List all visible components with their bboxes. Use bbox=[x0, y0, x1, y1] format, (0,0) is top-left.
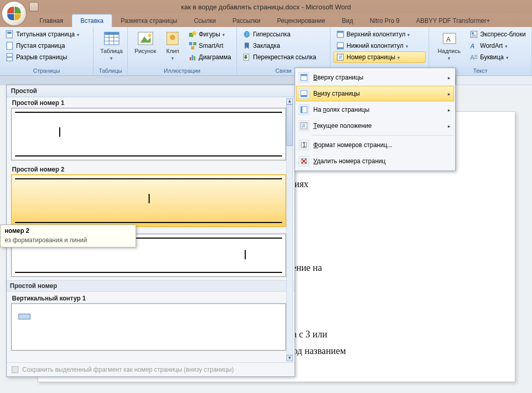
save-selection-icon bbox=[11, 365, 19, 374]
tab-view[interactable]: Вид bbox=[334, 15, 362, 27]
group-illustrations-label: Иллюстрации bbox=[128, 67, 236, 75]
tab-insert[interactable]: Вставка bbox=[72, 14, 113, 27]
clip-icon bbox=[165, 30, 181, 47]
submenu-separator bbox=[312, 135, 453, 136]
wordart-button[interactable]: A WordArt bbox=[467, 40, 528, 51]
page-break-button[interactable]: Разрыв страницы bbox=[3, 51, 82, 63]
dropcap-button[interactable]: A Буквица bbox=[467, 51, 528, 63]
shapes-label: Фигуры bbox=[199, 31, 220, 38]
header-button[interactable]: Верхний колонтитул bbox=[334, 29, 425, 40]
scrollbar-thumb[interactable] bbox=[286, 104, 293, 146]
chart-button[interactable]: Диаграмма bbox=[186, 51, 234, 63]
dropcap-icon: A bbox=[470, 53, 478, 61]
clip-button[interactable]: Клип bbox=[161, 29, 185, 63]
wordart-icon: A bbox=[470, 42, 478, 50]
ruler-margin-area bbox=[0, 76, 318, 85]
table-icon bbox=[103, 30, 120, 47]
picture-icon bbox=[137, 30, 154, 47]
ribbon-tabs: Главная Вставка Разметка страницы Ссылки… bbox=[0, 14, 532, 27]
submenu-remove-numbers[interactable]: Удалить номера страниц bbox=[296, 153, 454, 169]
page-number-mark-icon bbox=[149, 194, 150, 203]
tab-references[interactable]: Ссылки bbox=[185, 15, 224, 27]
svg-point-24 bbox=[244, 31, 250, 37]
hyperlink-label: Гиперссылка bbox=[253, 31, 290, 38]
gallery-preview bbox=[11, 303, 286, 351]
submenu-bottom-of-page[interactable]: Внизу страницы bbox=[296, 86, 454, 101]
blank-page-button[interactable]: Пустая страница bbox=[3, 40, 82, 51]
quickparts-icon bbox=[470, 30, 478, 38]
submenu-page-margins[interactable]: На полях страницы bbox=[296, 102, 454, 117]
submenu-format-label: Формат номеров страниц... bbox=[313, 141, 392, 149]
cover-page-label: Титульная страница bbox=[16, 31, 75, 38]
submenu-top-label: Вверху страницы bbox=[313, 74, 363, 81]
svg-rect-49 bbox=[301, 107, 302, 113]
quick-access-toolbar bbox=[29, 2, 38, 11]
tab-nitro[interactable]: Nitro Pro 9 bbox=[362, 15, 408, 27]
bookmark-button[interactable]: Закладка bbox=[240, 40, 319, 51]
gallery-footer-label: Сохранить выделенный фрагмент как номер … bbox=[22, 366, 234, 373]
page-number-mark-icon bbox=[245, 250, 246, 259]
svg-point-13 bbox=[148, 34, 151, 37]
cover-page-button[interactable]: Титульная страница bbox=[3, 29, 82, 40]
page-number-mark-icon bbox=[59, 127, 60, 137]
tab-page-layout[interactable]: Разметка страницы bbox=[112, 15, 185, 27]
quickparts-button[interactable]: Экспресс-блоки bbox=[467, 29, 528, 40]
svg-rect-41 bbox=[474, 55, 477, 56]
svg-rect-36 bbox=[472, 32, 474, 34]
tab-review[interactable]: Рецензирование bbox=[269, 15, 334, 27]
svg-text:1: 1 bbox=[302, 141, 306, 149]
gallery-save-selection: Сохранить выделенный фрагмент как номер … bbox=[7, 362, 295, 376]
svg-rect-47 bbox=[301, 95, 307, 97]
cover-page-icon bbox=[6, 30, 14, 38]
smartart-button[interactable]: SmartArt bbox=[186, 40, 234, 51]
dropcap-label: Буквица bbox=[480, 54, 504, 61]
textbox-label: Надпись bbox=[436, 48, 462, 61]
tab-home[interactable]: Главная bbox=[31, 15, 72, 27]
submenu-current-position[interactable]: # Текущее положение bbox=[296, 118, 454, 134]
hyperlink-icon bbox=[243, 30, 251, 38]
gallery-scrollbar[interactable]: ▲ ▼ bbox=[286, 98, 293, 361]
page-number-button[interactable]: # Номер страницы bbox=[334, 51, 425, 63]
submenu-current-label: Текущее положение bbox=[313, 122, 371, 129]
shapes-button[interactable]: Фигуры bbox=[186, 29, 234, 40]
svg-rect-3 bbox=[7, 54, 12, 57]
svg-rect-18 bbox=[189, 42, 192, 45]
qat-save-button[interactable] bbox=[29, 2, 38, 11]
crossref-button[interactable]: Перекрестная ссылка bbox=[240, 51, 319, 63]
gallery-item-title: Простой номер 1 bbox=[11, 97, 286, 108]
footer-button[interactable]: Нижний колонтитул bbox=[334, 40, 425, 51]
tab-abbyy[interactable]: ABBYY PDF Transformer+ bbox=[408, 15, 498, 27]
hyperlink-button[interactable]: Гиперссылка bbox=[240, 29, 319, 40]
submenu-format-numbers[interactable]: 1 Формат номеров страниц... bbox=[296, 137, 454, 153]
svg-rect-1 bbox=[7, 32, 11, 34]
header-label: Верхний колонтитул bbox=[347, 31, 405, 38]
office-logo-icon bbox=[7, 7, 21, 20]
group-tables: Таблица Таблицы bbox=[94, 27, 128, 75]
submenu-margins-label: На полях страницы bbox=[313, 106, 369, 113]
group-pages: Титульная страница Пустая страница Разры… bbox=[0, 27, 94, 75]
svg-rect-58 bbox=[12, 366, 18, 373]
office-button[interactable] bbox=[2, 2, 26, 25]
svg-rect-43 bbox=[474, 58, 477, 59]
svg-point-15 bbox=[170, 35, 175, 40]
svg-text:#: # bbox=[302, 122, 305, 129]
scrollbar-up-arrow-icon[interactable]: ▲ bbox=[286, 98, 293, 104]
table-button[interactable]: Таблица bbox=[97, 29, 126, 63]
format-numbers-icon: 1 bbox=[299, 140, 309, 150]
svg-rect-30 bbox=[337, 47, 343, 49]
gallery-item[interactable]: Простой номер 1 bbox=[11, 97, 286, 161]
textbox-button[interactable]: A Надпись bbox=[432, 29, 466, 63]
group-pages-label: Страницы bbox=[0, 67, 93, 75]
gallery-item-selected[interactable]: Простой номер 2 bbox=[11, 164, 286, 227]
submenu-bottom-label: Внизу страницы bbox=[313, 90, 360, 97]
submenu-top-of-page[interactable]: Вверху страницы bbox=[296, 70, 454, 85]
picture-button[interactable]: Рисунок bbox=[131, 29, 160, 56]
tab-mailings[interactable]: Рассылки bbox=[224, 15, 269, 27]
footer-label: Нижний колонтитул bbox=[347, 42, 404, 49]
svg-text:A: A bbox=[470, 43, 475, 50]
scrollbar-down-arrow-icon[interactable]: ▼ bbox=[286, 355, 293, 361]
blank-page-icon bbox=[6, 42, 14, 50]
gallery-item[interactable]: Вертикальный контур 1 bbox=[11, 293, 286, 351]
wordart-label: WordArt bbox=[480, 42, 503, 49]
page-top-icon bbox=[299, 72, 309, 83]
